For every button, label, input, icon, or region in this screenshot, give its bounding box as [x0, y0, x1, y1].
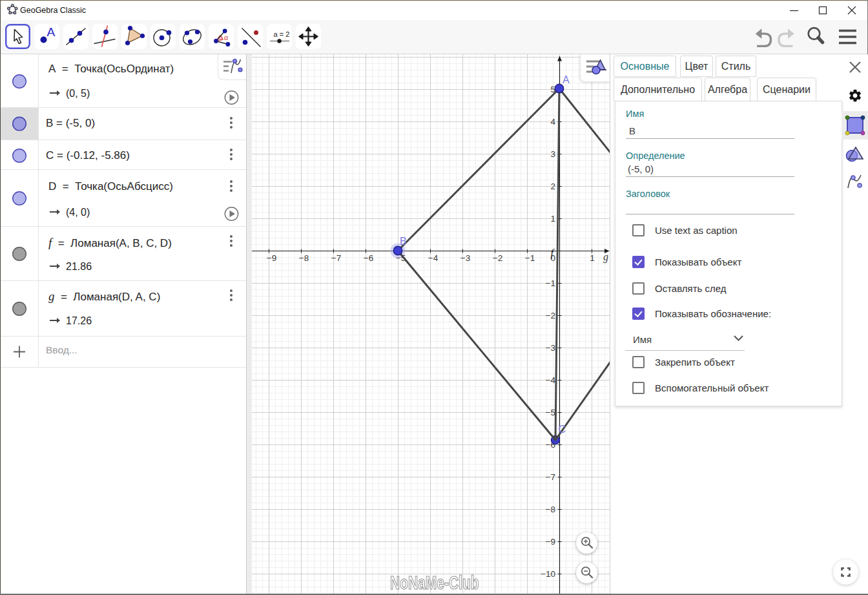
svg-text:2: 2 [550, 182, 555, 191]
svg-text:g: g [603, 251, 608, 263]
svg-text:−9: −9 [267, 253, 276, 263]
svg-text:−3: −3 [546, 343, 555, 353]
svg-text:−6: −6 [364, 253, 373, 263]
svg-text:−1: −1 [546, 278, 555, 288]
svg-text:B: B [400, 236, 407, 247]
svg-text:A: A [47, 25, 56, 39]
svg-text:−4: −4 [428, 253, 439, 263]
svg-text:−7: −7 [331, 253, 341, 263]
svg-text:−2: −2 [493, 253, 502, 263]
svg-text:1: 1 [590, 253, 595, 263]
svg-text:C: C [559, 424, 566, 435]
svg-text:1: 1 [550, 214, 555, 224]
svg-text:a = 2: a = 2 [274, 30, 290, 38]
svg-text:4: 4 [550, 117, 555, 127]
svg-text:−2: −2 [546, 311, 555, 320]
svg-text:−5: −5 [546, 408, 555, 417]
svg-text:−8: −8 [546, 505, 555, 514]
svg-text:−7: −7 [546, 472, 555, 482]
svg-text:A: A [563, 74, 570, 85]
svg-text:α: α [224, 33, 229, 42]
svg-text:−4: −4 [546, 375, 556, 385]
svg-text:−10: −10 [541, 569, 555, 579]
svg-text:−8: −8 [299, 253, 309, 263]
svg-text:−9: −9 [546, 537, 555, 547]
svg-text:3: 3 [550, 149, 555, 159]
svg-text:−1: −1 [525, 253, 535, 263]
svg-text:−3: −3 [460, 253, 470, 263]
